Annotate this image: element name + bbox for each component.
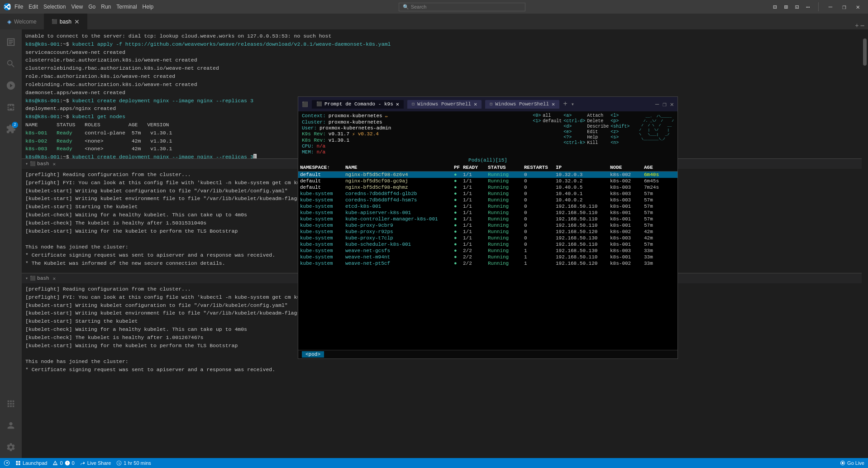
- menu-file[interactable]: File: [14, 4, 23, 10]
- search-box[interactable]: Search: [411, 4, 427, 10]
- k9s-tab-close-3[interactable]: ✕: [552, 101, 555, 108]
- k9s-table: Pods(all)[15] NAMESPACE↑ NAME PF READY S…: [298, 157, 677, 358]
- k9s-info-left: Context: proxmox-kubernetes ✏ Cluster: p…: [302, 113, 525, 155]
- k9s-minimize-icon[interactable]: —: [655, 100, 659, 108]
- minimize-button[interactable]: —: [824, 3, 837, 11]
- go-live-label: Go Live: [847, 460, 864, 466]
- menu-edit[interactable]: Edit: [29, 4, 38, 10]
- k9s-context: proxmox-kubernetes: [329, 113, 382, 119]
- menu-help[interactable]: Help: [143, 4, 154, 10]
- k9s-table-row[interactable]: default nginx-bf5d5cf98-gc9aj ● 1/1 Runn…: [298, 178, 677, 184]
- k9s-tab-close-2[interactable]: ✕: [474, 101, 477, 108]
- tab-welcome-label: Welcome: [14, 19, 37, 25]
- timer-label: 1 hr 50 mins: [124, 460, 151, 466]
- menu-selection[interactable]: Selection: [43, 4, 66, 10]
- activity-settings[interactable]: [0, 436, 22, 458]
- k9s-table-row[interactable]: kube-system weave-net-m94nt ● 2/2 Runnin…: [298, 254, 677, 260]
- k9s-table-row[interactable]: kube-system coredns-7db6d8ff4d-glb2b ● 1…: [298, 191, 677, 197]
- k9s-table-row[interactable]: default nginx-bf5d5cf98-mqhmz ● 1/1 Runn…: [298, 184, 677, 191]
- launchpad-label: Launchpad: [23, 460, 47, 466]
- k9s-table-row[interactable]: kube-system weave-net-pt5cf ● 2/2 Runnin…: [298, 260, 677, 267]
- activity-debug[interactable]: [0, 96, 22, 118]
- status-bar-right: Go Live: [840, 460, 864, 466]
- title-bar: File Edit Selection View Go Run Terminal…: [0, 0, 868, 14]
- k9s-mem: n/a: [316, 149, 325, 155]
- svg-point-1: [842, 462, 844, 464]
- tab-bash[interactable]: ⬛ bash ✕: [44, 14, 87, 29]
- k9s-table-row[interactable]: kube-system kube-proxy-t7clp ● 1/1 Runni…: [298, 235, 677, 241]
- k9s-rev-alt: v0.32.4: [358, 131, 379, 137]
- col-age: AGE: [644, 165, 664, 170]
- errors-item[interactable]: 0 0: [52, 460, 74, 466]
- k9s-user: proxmox-kubernetes-admin: [320, 125, 391, 131]
- terminal-pane: Unable to connect to the server: dial tc…: [22, 29, 862, 458]
- k9s-table-row[interactable]: kube-system kube-scheduler-k8s-001 ● 1/1…: [298, 241, 677, 248]
- remote-icon[interactable]: [4, 460, 10, 466]
- k9s-table-row[interactable]: kube-system weave-net-gcsfs ● 2/2 Runnin…: [298, 248, 677, 254]
- activity-accounts[interactable]: [0, 415, 22, 436]
- split-icon[interactable]: ⊡: [792, 3, 801, 11]
- k9s-cpu: n/a: [316, 143, 325, 149]
- terminal-line: rolebinding.rbac.authorization.k8s.io/we…: [25, 81, 858, 89]
- maximize-button[interactable]: ❐: [838, 3, 850, 11]
- menu-run[interactable]: Run: [101, 4, 111, 10]
- editor-tab-bar: ◈ Welcome ⬛ bash ✕ + ⋯: [0, 14, 868, 29]
- k9s-table-row[interactable]: kube-system kube-apiserver-k8s-001 ● 1/1…: [298, 210, 677, 216]
- tab-bash-label: bash: [60, 19, 72, 25]
- live-share-item[interactable]: Live Share: [80, 460, 111, 466]
- k9s-ascii-art: __. /\_____ /. _\/ / / / / \ / __ / | \/…: [637, 113, 674, 141]
- k9s-tab-1[interactable]: ⬛ Prompt de Comando - k9s ✕: [312, 100, 404, 109]
- more-icon[interactable]: ⋯: [803, 3, 812, 11]
- k9s-maximize-icon[interactable]: ❐: [663, 100, 666, 108]
- k9s-title-bar: ⬛ ⬛ Prompt de Comando - k9s ✕ ⊟ Windows …: [298, 97, 677, 111]
- bash-close-2[interactable]: ✕: [52, 276, 56, 282]
- launchpad-item[interactable]: Launchpad: [15, 460, 47, 466]
- k9s-table-row[interactable]: kube-system kube-controller-manager-k8s-…: [298, 216, 677, 222]
- menu-view[interactable]: View: [71, 4, 83, 10]
- menu-go[interactable]: Go: [88, 4, 95, 10]
- k9s-tab-2[interactable]: ⊟ Windows PowerShell ✕: [407, 100, 482, 109]
- k9s-window: ⬛ ⬛ Prompt de Comando - k9s ✕ ⊟ Windows …: [298, 96, 678, 359]
- activity-extensions[interactable]: 2: [0, 118, 22, 140]
- status-bar-left: Launchpad 0 0 Live Share 1 hr 50 mins: [4, 460, 151, 466]
- activity-remote[interactable]: [0, 393, 22, 415]
- activity-explorer[interactable]: [0, 31, 22, 53]
- bash-icon: ⬛: [52, 19, 57, 24]
- layout-icon[interactable]: ⊟: [770, 3, 779, 11]
- welcome-icon: ◈: [7, 19, 11, 25]
- k9s-header: Context: proxmox-kubernetes ✏ Cluster: p…: [298, 111, 677, 157]
- tab-welcome[interactable]: ◈ Welcome: [0, 14, 44, 29]
- k9s-tab-close-1[interactable]: ✕: [396, 101, 399, 108]
- k9s-close-icon[interactable]: ✕: [670, 100, 674, 108]
- k9s-tab-3[interactable]: ⊟ Windows PowerShell ✕: [485, 100, 559, 109]
- col-node: NODE: [610, 165, 644, 170]
- k9s-footer: <pod>: [298, 350, 677, 358]
- activity-git[interactable]: [0, 75, 22, 96]
- add-tab-icon[interactable]: +: [855, 22, 858, 29]
- k9s-pod-tag: <pod>: [302, 351, 324, 358]
- activity-search[interactable]: [0, 53, 22, 75]
- k9s-table-row[interactable]: kube-system coredns-7db6d8ff4d-hsm7s ● 1…: [298, 197, 677, 203]
- bash-close-1[interactable]: ✕: [52, 161, 56, 167]
- menu-terminal[interactable]: Terminal: [116, 4, 137, 10]
- panel-icon[interactable]: ⊞: [781, 3, 790, 11]
- status-bar: Launchpad 0 0 Live Share 1 hr 50 mins Go…: [0, 458, 868, 468]
- k9s-table-row[interactable]: default nginx-bf5d5cf98-6z6v4 ● 1/1 Runn…: [298, 172, 677, 178]
- terminal-line: serviceaccount/weave-net created: [25, 48, 858, 57]
- k9s-shortcuts: <0>all <a>Attach <l> <1>default <ctrl-d>…: [529, 113, 630, 145]
- menu-bar: File Edit Selection View Go Run Terminal…: [14, 4, 153, 10]
- terminal-line: clusterrole.rbac.authorization.k8s.io/we…: [25, 56, 858, 64]
- k9s-tab-label-2: Windows PowerShell: [417, 101, 471, 107]
- terminal-line: k8s@k8s-001:~$ kubectl apply -f https://…: [25, 40, 858, 48]
- k9s-add-tab-icon[interactable]: +: [563, 100, 568, 108]
- k9s-chevron-icon[interactable]: ▾: [571, 101, 574, 108]
- k9s-table-row[interactable]: kube-system kube-proxy-r92ps ● 1/1 Runni…: [298, 229, 677, 235]
- k9s-table-row[interactable]: kube-system kube-proxy-9cbr9 ● 1/1 Runni…: [298, 222, 677, 229]
- col-namespace: NAMESPACE↑: [300, 165, 345, 170]
- go-live-item[interactable]: Go Live: [840, 460, 864, 466]
- more-tabs-icon[interactable]: ⋯: [861, 22, 864, 29]
- scrollbar-thumb[interactable]: [863, 38, 867, 66]
- close-button[interactable]: ✕: [852, 3, 864, 11]
- tab-close-icon[interactable]: ✕: [74, 18, 80, 25]
- k9s-table-row[interactable]: kube-system etcd-k8s-001 ● 1/1 Running 0…: [298, 203, 677, 210]
